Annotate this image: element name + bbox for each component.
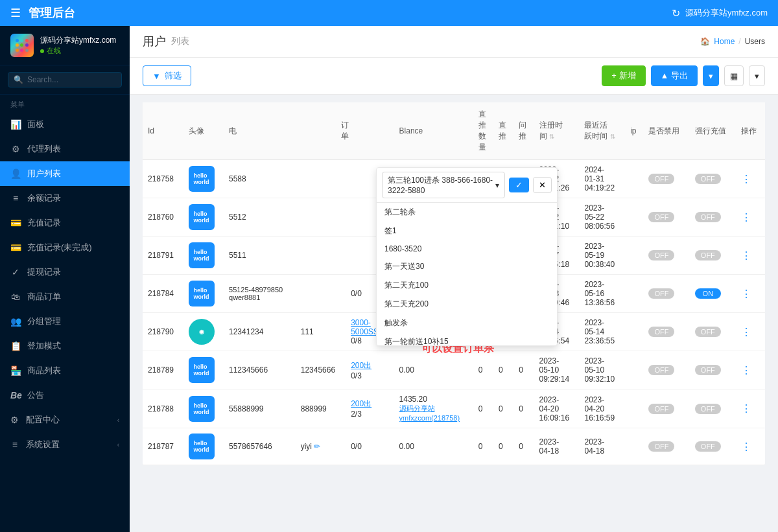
cell-order-id — [296, 198, 346, 237]
action-menu-icon[interactable]: ⋮ — [741, 250, 751, 261]
page-subtitle: 列表 — [171, 36, 189, 47]
referrer-link[interactable]: 源码分享站ymfxzcom(218758) — [399, 404, 460, 422]
cell-force-recharge: OFF — [690, 313, 736, 351]
force-recharge-toggle[interactable]: OFF — [695, 365, 721, 375]
cell-disabled: OFF — [643, 351, 689, 389]
th-force-recharge: 强行充值 — [690, 102, 736, 160]
filter-button[interactable]: ▼ 筛选 — [143, 65, 191, 86]
content-area: 用户 列表 🏠 Home / Users ▼ 筛选 + 新增 ▲ 导出 ▾ — [130, 26, 778, 532]
dropdown-item[interactable]: 第二天充200 — [377, 295, 557, 314]
table-row: 218787 helloworld 5578657646 yiyi ✏ 0/0 … — [143, 428, 765, 465]
force-recharge-toggle[interactable]: OFF — [695, 404, 721, 414]
th-ip: ip — [625, 102, 643, 160]
disabled-toggle[interactable]: OFF — [648, 212, 674, 222]
active-time-sort-icon[interactable]: ⇅ — [610, 133, 615, 140]
cell-force-recharge: ON — [690, 275, 736, 313]
cell-ip — [625, 160, 643, 198]
action-menu-icon[interactable]: ⋮ — [741, 365, 751, 376]
sidebar-item-agent[interactable]: ⚙ 代理列表 — [0, 137, 130, 161]
dropdown-item[interactable]: 第一天送30 — [377, 257, 557, 276]
avatar: helloworld — [189, 434, 215, 459]
cell-order-id: yiyi ✏ — [296, 428, 346, 465]
sidebar-item-settings[interactable]: ≡ 系统设置 ‹ — [0, 432, 130, 457]
dropdown-item[interactable]: 第一轮前送10补15 — [377, 332, 557, 345]
cell-avatar: helloworld — [183, 351, 224, 389]
force-recharge-toggle[interactable]: OFF — [695, 327, 721, 337]
dropdown-selected-value[interactable]: 第三轮100进杀 388-566-1680-3222-5880 ▾ — [382, 172, 505, 198]
action-menu-icon[interactable]: ⋮ — [741, 174, 751, 185]
export-dropdown-button[interactable]: ▾ — [703, 65, 719, 86]
force-recharge-toggle[interactable]: OFF — [695, 174, 721, 184]
recharge-icon: 💳 — [10, 218, 21, 228]
sidebar-item-users[interactable]: 👤 用户列表 — [0, 161, 130, 186]
cell-avatar: helloworld — [183, 275, 224, 313]
disabled-toggle[interactable]: OFF — [648, 250, 674, 260]
action-menu-icon[interactable]: ⋮ — [741, 288, 751, 299]
cell-action: ⋮ — [736, 428, 765, 465]
th-direct-push: 直推 — [493, 102, 513, 160]
action-menu-icon[interactable]: ⋮ — [741, 327, 751, 338]
cell-direct-count: 0 — [473, 428, 493, 465]
order-link[interactable]: 200出 — [351, 399, 371, 408]
cell-disabled: OFF — [643, 198, 689, 237]
sidebar-item-signup[interactable]: 📋 登加模式 — [0, 334, 130, 358]
cell-action: ⋮ — [736, 237, 765, 275]
action-menu-icon[interactable]: ⋮ — [741, 441, 751, 452]
dropdown-item[interactable]: 1680-3520 — [377, 240, 557, 257]
force-recharge-toggle[interactable]: OFF — [695, 441, 721, 452]
reg-time-sort-icon[interactable]: ⇅ — [549, 133, 554, 140]
export-button[interactable]: ▲ 导出 — [651, 65, 698, 86]
layout-button[interactable]: ▦ — [724, 65, 744, 86]
sidebar-item-balance[interactable]: ≡ 余额记录 — [0, 186, 130, 211]
sidebar-item-notice[interactable]: Be 公告 — [0, 383, 130, 408]
sidebar-item-dashboard[interactable]: 📊 面板 — [0, 112, 130, 137]
sidebar-item-label: 配置中心 — [26, 414, 60, 426]
add-button[interactable]: + 新增 — [602, 65, 645, 86]
dropdown-item[interactable]: 签1 — [377, 222, 557, 240]
table-row: 218788 helloworld 55888999 888999 200出2/… — [143, 389, 765, 428]
layout-dropdown-button[interactable]: ▾ — [749, 65, 765, 86]
disabled-toggle[interactable]: OFF — [648, 174, 674, 184]
sidebar-item-label: 分组管理 — [27, 316, 61, 327]
disabled-toggle[interactable]: OFF — [648, 365, 674, 375]
order-link[interactable]: 200出 — [351, 361, 371, 370]
force-recharge-toggle[interactable]: OFF — [695, 250, 721, 260]
action-menu-icon[interactable]: ⋮ — [741, 212, 751, 223]
disabled-toggle[interactable]: OFF — [648, 288, 674, 299]
breadcrumb-home[interactable]: Home — [714, 37, 735, 46]
dropdown-item[interactable]: 触发杀 — [377, 314, 557, 332]
sidebar-item-config[interactable]: ⚙ 配置中心 ‹ — [0, 408, 130, 432]
sidebar-item-recharge[interactable]: 💳 充值记录 — [0, 211, 130, 235]
sidebar-item-withdraw[interactable]: ✓ 提现记录 — [0, 260, 130, 284]
th-action: 操作 — [736, 102, 765, 160]
cell-phone: 12341234 — [224, 313, 296, 351]
sidebar-item-label: 用户列表 — [27, 168, 61, 179]
disabled-toggle[interactable]: OFF — [648, 441, 674, 452]
dropdown-confirm-button[interactable]: ✓ — [509, 178, 529, 192]
force-recharge-toggle[interactable]: ON — [695, 288, 721, 299]
force-recharge-toggle[interactable]: OFF — [695, 212, 721, 222]
cell-force-recharge: OFF — [690, 351, 736, 389]
sidebar-item-recharge-incomplete[interactable]: 💳 充值记录(未完成) — [0, 235, 130, 260]
refresh-icon[interactable]: ↻ — [672, 7, 680, 19]
sidebar-item-goods[interactable]: 🏪 商品列表 — [0, 358, 130, 383]
cell-active-time: 2023-05-1423:36:55 — [579, 313, 625, 351]
hamburger-icon[interactable]: ☰ — [10, 6, 21, 20]
edit-icon[interactable]: ✏ — [314, 442, 320, 451]
dropdown-item[interactable]: 第二轮杀 — [377, 203, 557, 222]
sidebar-item-order[interactable]: 🛍 商品订单 — [0, 284, 130, 309]
config-icon: ⚙ — [10, 415, 19, 425]
action-menu-icon[interactable]: ⋮ — [741, 403, 751, 414]
dropdown-close-button[interactable]: ✕ — [533, 177, 552, 193]
search-input[interactable] — [27, 75, 116, 84]
disabled-toggle[interactable]: OFF — [648, 327, 674, 337]
cell-action: ⋮ — [736, 389, 765, 428]
page-title: 用户 — [143, 34, 166, 49]
dropdown-item[interactable]: 第二天充100 — [377, 276, 557, 295]
sidebar-item-group[interactable]: 👥 分组管理 — [0, 309, 130, 334]
cell-id: 218758 — [143, 160, 183, 198]
recharge-incomplete-icon: 💳 — [10, 242, 21, 253]
avatar: ◉ — [189, 319, 215, 345]
search-icon: 🔍 — [14, 75, 23, 84]
disabled-toggle[interactable]: OFF — [648, 404, 674, 414]
